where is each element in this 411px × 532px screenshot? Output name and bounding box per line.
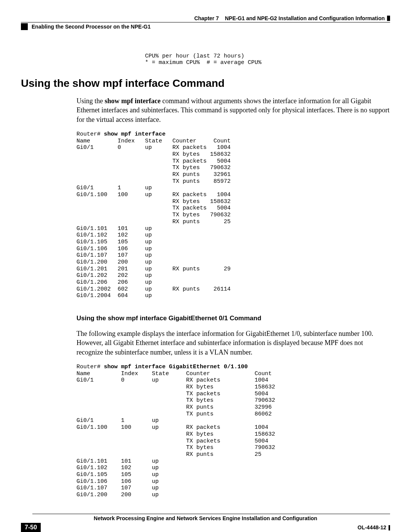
chapter-title: NPE-G1 and NPE-G2 Installation and Confi… xyxy=(225,15,385,21)
doc-id-bar-icon xyxy=(389,525,390,530)
cli2-prompt: Router# xyxy=(76,364,104,370)
page-container: Chapter 7 NPE-G1 and NPE-G2 Installation… xyxy=(0,0,411,532)
doc-id-text: OL-4448-12 xyxy=(358,524,386,530)
para-cmd: show mpf interface xyxy=(105,97,161,105)
section-title: Enabling the Second Processor on the NPE… xyxy=(32,24,151,30)
section2-paragraph: The following example displays the inter… xyxy=(76,329,390,357)
header-end-block-icon xyxy=(387,16,390,21)
cli1-prompt: Router# xyxy=(76,131,104,137)
section1-paragraph: Using the show mpf interface command wit… xyxy=(76,96,390,124)
footer-row: 7-50 OL-4448-12 xyxy=(21,523,390,532)
cli-block-2: Router# show mpf interface GigabitEthern… xyxy=(76,364,390,498)
section-heading-2: Using the show mpf interface GigabitEthe… xyxy=(76,315,390,322)
footer: Network Processing Engine and Network Se… xyxy=(21,514,390,532)
cli1-body: Name Index State Counter Count Gi0/1 0 u… xyxy=(76,138,231,299)
cli2-command: show mpf interface GigabitEthernet 0/1.1… xyxy=(104,364,248,370)
cli2-body: Name Index State Counter Count Gi0/1 0 u… xyxy=(76,371,275,498)
running-subheader: Enabling the Second Processor on the NPE… xyxy=(21,23,390,30)
doc-id: OL-4448-12 xyxy=(358,524,390,530)
running-header: Chapter 7 NPE-G1 and NPE-G2 Installation… xyxy=(21,15,390,22)
page-number-badge: 7-50 xyxy=(21,523,41,532)
para-pre: Using the xyxy=(76,97,105,105)
footer-rule xyxy=(32,514,390,514)
subheader-block-icon xyxy=(21,23,28,30)
footer-book-title: Network Processing Engine and Network Se… xyxy=(21,515,390,521)
cli1-command: show mpf interface xyxy=(104,131,166,137)
chapter-label: Chapter 7 xyxy=(194,15,219,21)
cli-block-1: Router# show mpf interface Name Index St… xyxy=(76,131,390,299)
section-heading-1: Using the show mpf interface Command xyxy=(21,77,390,89)
cli-top-block: CPU% per hour (last 72 hours) * = maximu… xyxy=(131,53,390,66)
